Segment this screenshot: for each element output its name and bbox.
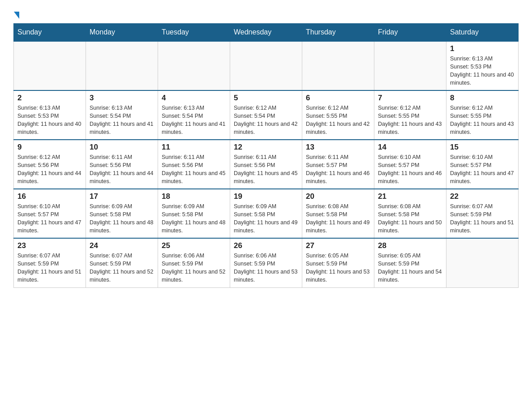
calendar-table: SundayMondayTuesdayWednesdayThursdayFrid… — [13, 23, 519, 288]
day-number: 19 — [234, 192, 298, 201]
day-number: 23 — [17, 241, 82, 250]
calendar-cell: 22Sunrise: 6:07 AMSunset: 5:59 PMDayligh… — [446, 189, 519, 238]
day-number: 14 — [378, 143, 442, 152]
day-info: Sunrise: 6:13 AMSunset: 5:53 PMDaylight:… — [450, 55, 515, 87]
day-number: 20 — [306, 192, 370, 201]
day-info: Sunrise: 6:11 AMSunset: 5:56 PMDaylight:… — [162, 153, 226, 186]
calendar-cell: 21Sunrise: 6:08 AMSunset: 5:58 PMDayligh… — [374, 189, 446, 238]
day-number: 25 — [162, 241, 226, 250]
day-info: Sunrise: 6:09 AMSunset: 5:58 PMDaylight:… — [162, 202, 226, 235]
day-header-monday: Monday — [86, 24, 158, 42]
day-info: Sunrise: 6:10 AMSunset: 5:57 PMDaylight:… — [17, 202, 82, 235]
logo — [13, 9, 19, 19]
calendar-cell — [158, 41, 230, 90]
day-number: 4 — [162, 94, 226, 103]
week-row-5: 23Sunrise: 6:07 AMSunset: 5:59 PMDayligh… — [14, 238, 519, 287]
calendar-cell — [86, 41, 158, 90]
day-header-tuesday: Tuesday — [158, 24, 230, 42]
calendar-cell: 20Sunrise: 6:08 AMSunset: 5:58 PMDayligh… — [302, 189, 374, 238]
calendar-cell: 10Sunrise: 6:11 AMSunset: 5:56 PMDayligh… — [86, 140, 158, 189]
day-number: 16 — [17, 192, 82, 201]
day-number: 15 — [450, 143, 515, 152]
calendar-cell: 25Sunrise: 6:06 AMSunset: 5:59 PMDayligh… — [158, 238, 230, 287]
day-info: Sunrise: 6:09 AMSunset: 5:58 PMDaylight:… — [234, 202, 298, 235]
day-info: Sunrise: 6:11 AMSunset: 5:57 PMDaylight:… — [306, 153, 370, 186]
day-info: Sunrise: 6:12 AMSunset: 5:55 PMDaylight:… — [378, 104, 442, 137]
calendar-cell: 24Sunrise: 6:07 AMSunset: 5:59 PMDayligh… — [86, 238, 158, 287]
day-number: 5 — [234, 94, 298, 103]
week-row-1: 1Sunrise: 6:13 AMSunset: 5:53 PMDaylight… — [14, 41, 519, 90]
day-number: 18 — [162, 192, 226, 201]
calendar-cell: 11Sunrise: 6:11 AMSunset: 5:56 PMDayligh… — [158, 140, 230, 189]
calendar-cell: 7Sunrise: 6:12 AMSunset: 5:55 PMDaylight… — [374, 90, 446, 140]
calendar-cell: 23Sunrise: 6:07 AMSunset: 5:59 PMDayligh… — [14, 238, 86, 287]
calendar-cell: 16Sunrise: 6:10 AMSunset: 5:57 PMDayligh… — [14, 189, 86, 238]
calendar-cell: 19Sunrise: 6:09 AMSunset: 5:58 PMDayligh… — [230, 189, 302, 238]
day-info: Sunrise: 6:12 AMSunset: 5:54 PMDaylight:… — [234, 104, 298, 137]
calendar-cell: 15Sunrise: 6:10 AMSunset: 5:57 PMDayligh… — [446, 140, 519, 189]
calendar-cell: 8Sunrise: 6:12 AMSunset: 5:55 PMDaylight… — [446, 90, 519, 140]
days-header-row: SundayMondayTuesdayWednesdayThursdayFrid… — [14, 24, 519, 42]
calendar-cell — [446, 238, 519, 287]
calendar-cell: 13Sunrise: 6:11 AMSunset: 5:57 PMDayligh… — [302, 140, 374, 189]
day-number: 11 — [162, 143, 226, 152]
day-info: Sunrise: 6:12 AMSunset: 5:56 PMDaylight:… — [17, 153, 82, 186]
day-info: Sunrise: 6:10 AMSunset: 5:57 PMDaylight:… — [450, 153, 515, 186]
calendar-cell — [14, 41, 86, 90]
day-info: Sunrise: 6:11 AMSunset: 5:56 PMDaylight:… — [90, 153, 154, 186]
calendar-cell — [230, 41, 302, 90]
week-row-4: 16Sunrise: 6:10 AMSunset: 5:57 PMDayligh… — [14, 189, 519, 238]
day-number: 6 — [306, 94, 370, 103]
day-number: 13 — [306, 143, 370, 152]
day-header-thursday: Thursday — [302, 24, 374, 42]
day-info: Sunrise: 6:08 AMSunset: 5:58 PMDaylight:… — [378, 202, 442, 235]
day-info: Sunrise: 6:06 AMSunset: 5:59 PMDaylight:… — [162, 252, 226, 284]
day-number: 26 — [234, 241, 298, 250]
calendar-cell: 27Sunrise: 6:05 AMSunset: 5:59 PMDayligh… — [302, 238, 374, 287]
day-header-friday: Friday — [374, 24, 446, 42]
day-header-sunday: Sunday — [14, 24, 86, 42]
day-header-wednesday: Wednesday — [230, 24, 302, 42]
calendar-cell: 2Sunrise: 6:13 AMSunset: 5:53 PMDaylight… — [14, 90, 86, 140]
day-info: Sunrise: 6:13 AMSunset: 5:53 PMDaylight:… — [17, 104, 82, 137]
day-number: 27 — [306, 241, 370, 250]
calendar-cell: 4Sunrise: 6:13 AMSunset: 5:54 PMDaylight… — [158, 90, 230, 140]
day-header-saturday: Saturday — [446, 24, 519, 42]
calendar-cell: 5Sunrise: 6:12 AMSunset: 5:54 PMDaylight… — [230, 90, 302, 140]
day-number: 17 — [90, 192, 154, 201]
day-info: Sunrise: 6:10 AMSunset: 5:57 PMDaylight:… — [378, 153, 442, 186]
calendar-cell — [374, 41, 446, 90]
day-number: 3 — [90, 94, 154, 103]
day-info: Sunrise: 6:13 AMSunset: 5:54 PMDaylight:… — [90, 104, 154, 137]
day-info: Sunrise: 6:06 AMSunset: 5:59 PMDaylight:… — [234, 252, 298, 284]
day-number: 2 — [17, 94, 82, 103]
day-info: Sunrise: 6:12 AMSunset: 5:55 PMDaylight:… — [450, 104, 515, 137]
day-number: 1 — [450, 44, 515, 53]
calendar-cell: 26Sunrise: 6:06 AMSunset: 5:59 PMDayligh… — [230, 238, 302, 287]
day-info: Sunrise: 6:07 AMSunset: 5:59 PMDaylight:… — [17, 252, 82, 284]
day-info: Sunrise: 6:11 AMSunset: 5:56 PMDaylight:… — [234, 153, 298, 186]
day-info: Sunrise: 6:05 AMSunset: 5:59 PMDaylight:… — [378, 252, 442, 284]
day-number: 21 — [378, 192, 442, 201]
day-number: 28 — [378, 241, 442, 250]
calendar-cell: 28Sunrise: 6:05 AMSunset: 5:59 PMDayligh… — [374, 238, 446, 287]
calendar-cell: 6Sunrise: 6:12 AMSunset: 5:55 PMDaylight… — [302, 90, 374, 140]
day-number: 24 — [90, 241, 154, 250]
day-info: Sunrise: 6:07 AMSunset: 5:59 PMDaylight:… — [450, 202, 515, 235]
day-number: 22 — [450, 192, 515, 201]
calendar-cell: 12Sunrise: 6:11 AMSunset: 5:56 PMDayligh… — [230, 140, 302, 189]
day-number: 7 — [378, 94, 442, 103]
day-info: Sunrise: 6:07 AMSunset: 5:59 PMDaylight:… — [90, 252, 154, 284]
calendar-cell: 18Sunrise: 6:09 AMSunset: 5:58 PMDayligh… — [158, 189, 230, 238]
calendar-cell: 17Sunrise: 6:09 AMSunset: 5:58 PMDayligh… — [86, 189, 158, 238]
calendar-cell: 3Sunrise: 6:13 AMSunset: 5:54 PMDaylight… — [86, 90, 158, 140]
day-info: Sunrise: 6:09 AMSunset: 5:58 PMDaylight:… — [90, 202, 154, 235]
day-info: Sunrise: 6:05 AMSunset: 5:59 PMDaylight:… — [306, 252, 370, 284]
calendar-cell — [302, 41, 374, 90]
day-info: Sunrise: 6:12 AMSunset: 5:55 PMDaylight:… — [306, 104, 370, 137]
day-number: 8 — [450, 94, 515, 103]
day-number: 9 — [17, 143, 82, 152]
calendar-cell: 14Sunrise: 6:10 AMSunset: 5:57 PMDayligh… — [374, 140, 446, 189]
logo-arrow-icon — [14, 12, 19, 19]
day-number: 12 — [234, 143, 298, 152]
